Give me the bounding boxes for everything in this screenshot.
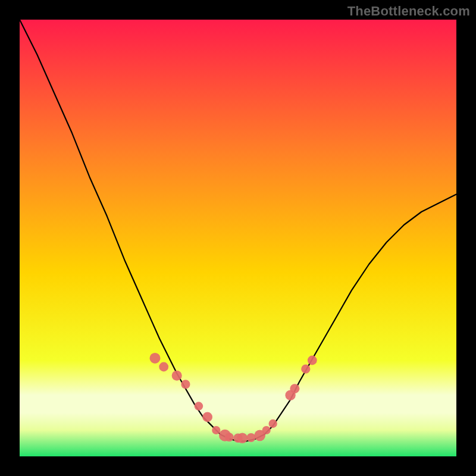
data-marker xyxy=(269,419,277,428)
data-marker xyxy=(301,365,310,374)
data-marker xyxy=(172,371,182,381)
data-marker xyxy=(159,362,168,372)
bottleneck-curve xyxy=(20,20,456,456)
data-marker xyxy=(290,384,299,393)
data-marker xyxy=(225,433,234,441)
chart-frame xyxy=(20,20,456,456)
data-marker xyxy=(237,433,248,443)
data-marker xyxy=(212,426,220,434)
data-marker xyxy=(308,356,317,365)
data-marker xyxy=(150,353,161,364)
data-marker xyxy=(202,412,212,422)
data-marker xyxy=(195,402,203,411)
data-marker xyxy=(247,433,256,442)
data-marker xyxy=(262,426,271,434)
data-marker xyxy=(181,380,190,389)
watermark-text: TheBottleneck.com xyxy=(347,4,470,19)
